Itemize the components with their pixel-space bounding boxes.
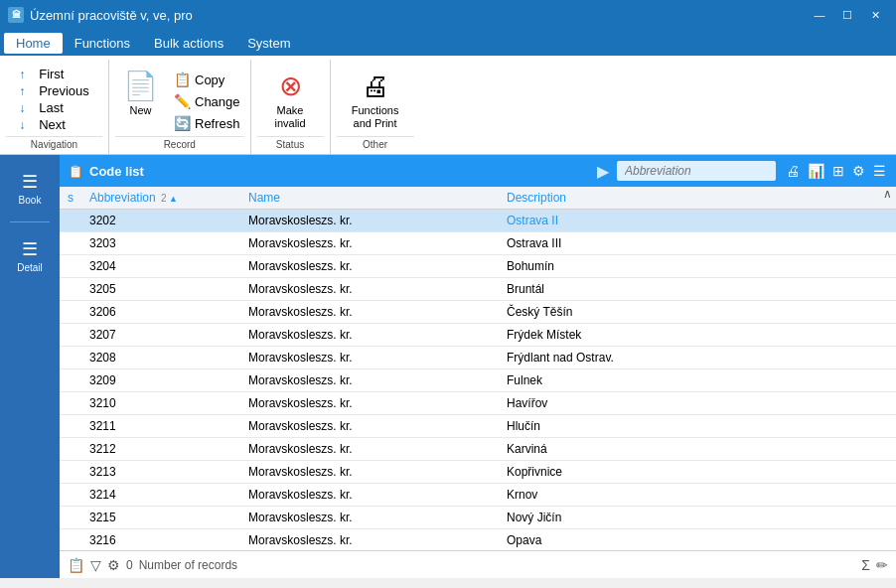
table-row[interactable]: 3206Moravskosleszs. kr.Český Těšín: [60, 301, 896, 324]
col-header-description[interactable]: Description: [499, 187, 896, 210]
table-row[interactable]: 3213Moravskosleszs. kr.Kopřivnice: [60, 461, 896, 484]
window-title: Územní pracoviště v, ve, pro: [30, 8, 193, 23]
table-row[interactable]: 3215Moravskosleszs. kr.Nový Jičín: [60, 507, 896, 529]
cell-name: Moravskosleszs. kr.: [240, 369, 499, 392]
nav-last-button[interactable]: ↓ Last: [17, 99, 66, 116]
table-row[interactable]: 3205Moravskosleszs. kr.Bruntál: [60, 278, 896, 301]
cell-abbreviation: 3212: [81, 438, 240, 461]
table-row[interactable]: 3211Moravskosleszs. kr.Hlučín: [60, 415, 896, 438]
copy-button[interactable]: 📋 Copy: [170, 70, 244, 89]
statusbar-sum-icon[interactable]: Σ: [861, 557, 870, 573]
statusbar-edit-icon[interactable]: ✏: [876, 557, 888, 573]
cell-description: Havířov: [499, 392, 896, 415]
app-icon: 🏛: [8, 7, 24, 23]
cell-description: Český Těšín: [499, 301, 896, 324]
statusbar-filter-count: 0: [126, 558, 133, 572]
cell-name: Moravskosleszs. kr.: [240, 507, 499, 529]
menu-item-functions[interactable]: Functions: [63, 33, 142, 54]
codelist-header: 📋 Code list ▶ 🖨 📊 ⊞ ⚙ ☰: [60, 155, 896, 187]
codelist-toolbar: 🖨 📊 ⊞ ⚙ ☰: [784, 161, 888, 181]
statusbar-records-label: Number of records: [139, 558, 237, 572]
cell-description: Ostrava III: [499, 232, 896, 255]
cell-description: Opava: [499, 529, 896, 551]
chart-toolbar-icon[interactable]: 📊: [806, 161, 826, 181]
status-group-label: Status: [257, 136, 324, 154]
sidebar-divider: [10, 221, 50, 222]
col-header-name[interactable]: Name: [240, 187, 499, 210]
print-toolbar-icon[interactable]: 🖨: [784, 161, 802, 181]
navigation-group-label: Navigation: [6, 136, 102, 154]
invalid-icon: ⊗: [279, 70, 302, 102]
cell-s: [60, 278, 81, 301]
cell-abbreviation: 3211: [81, 415, 240, 438]
codelist-expand-arrow[interactable]: ▶: [597, 162, 609, 181]
cell-s: [60, 415, 81, 438]
cell-name: Moravskosleszs. kr.: [240, 210, 499, 232]
cell-abbreviation: 3215: [81, 507, 240, 529]
cell-description: Ostrava II: [499, 210, 896, 232]
maximize-button[interactable]: ☐: [834, 4, 860, 26]
refresh-button[interactable]: 🔄 Refresh: [170, 113, 244, 133]
menu-toolbar-icon[interactable]: ☰: [871, 161, 888, 181]
functions-print-button[interactable]: 🖨 Functionsand Print: [344, 66, 407, 134]
sidebar-item-detail[interactable]: ☰ Detail: [4, 232, 56, 279]
cell-name: Moravskosleszs. kr.: [240, 461, 499, 484]
other-group-label: Other: [337, 136, 414, 154]
change-icon: ✏️: [174, 93, 191, 109]
codelist-title-text: Code list: [89, 164, 144, 179]
menu-item-system[interactable]: System: [235, 33, 302, 54]
table-row[interactable]: 3202Moravskosleszs. kr.Ostrava II: [60, 210, 896, 232]
col-header-s[interactable]: s: [60, 187, 81, 210]
table-row[interactable]: 3212Moravskosleszs. kr.Karviná: [60, 438, 896, 461]
cell-s: [60, 232, 81, 255]
nav-first-button[interactable]: ↑ First: [17, 66, 66, 82]
arrow-up-icon: ↑: [19, 68, 33, 81]
close-button[interactable]: ✕: [862, 4, 888, 26]
new-button[interactable]: 📄 New: [115, 66, 166, 121]
menu-item-bulk-actions[interactable]: Bulk actions: [142, 33, 235, 54]
sidebar-book-label: Book: [19, 195, 42, 206]
settings-toolbar-icon[interactable]: ⚙: [850, 161, 867, 181]
cell-s: [60, 324, 81, 347]
table-row[interactable]: 3204Moravskosleszs. kr.Bohumín: [60, 255, 896, 278]
table-row[interactable]: 3208Moravskosleszs. kr.Frýdlant nad Ostr…: [60, 347, 896, 369]
statusbar-table-icon[interactable]: 📋: [68, 557, 84, 573]
menubar: Home Functions Bulk actions System: [0, 30, 896, 56]
statusbar-filter-icon[interactable]: ▽: [90, 557, 101, 573]
nav-previous-button[interactable]: ↑ Previous: [17, 82, 91, 99]
ribbon-collapse-button[interactable]: ∧: [883, 187, 892, 201]
cell-s: [60, 507, 81, 529]
change-label: Change: [195, 94, 240, 109]
titlebar-controls[interactable]: — ☐ ✕: [807, 4, 888, 26]
nav-previous-label: Previous: [39, 83, 89, 98]
table-row[interactable]: 3209Moravskosleszs. kr.Fulnek: [60, 369, 896, 392]
cell-s: [60, 392, 81, 415]
cell-abbreviation: 3202: [81, 210, 240, 232]
cell-description: Hlučín: [499, 415, 896, 438]
nav-next-button[interactable]: ↓ Next: [17, 116, 68, 133]
arrow-down-icon: ↓: [19, 101, 33, 115]
print-icon: 🖨: [362, 70, 389, 102]
minimize-button[interactable]: —: [807, 4, 832, 26]
content-area: 📋 Code list ▶ 🖨 📊 ⊞ ⚙ ☰ s Abbreviation 2: [60, 155, 896, 578]
cell-name: Moravskosleszs. kr.: [240, 438, 499, 461]
menu-item-home[interactable]: Home: [4, 33, 63, 54]
sidebar-item-book[interactable]: ☰ Book: [4, 165, 56, 212]
grid-toolbar-icon[interactable]: ⊞: [830, 161, 846, 181]
table-row[interactable]: 3203Moravskosleszs. kr.Ostrava III: [60, 232, 896, 255]
statusbar-settings-icon[interactable]: ⚙: [107, 557, 120, 573]
table-row[interactable]: 3207Moravskosleszs. kr.Frýdek Místek: [60, 324, 896, 347]
cell-name: Moravskosleszs. kr.: [240, 301, 499, 324]
table-row[interactable]: 3214Moravskosleszs. kr.Krnov: [60, 484, 896, 507]
codelist-title: 📋 Code list: [68, 164, 589, 179]
cell-s: [60, 438, 81, 461]
cell-abbreviation: 3207: [81, 324, 240, 347]
make-invalid-button[interactable]: ⊗ Makeinvalid: [266, 66, 313, 134]
cell-abbreviation: 3203: [81, 232, 240, 255]
col-header-abbreviation[interactable]: Abbreviation 2: [81, 187, 240, 210]
change-button[interactable]: ✏️ Change: [170, 91, 244, 111]
cell-description: Nový Jičín: [499, 507, 896, 529]
table-row[interactable]: 3210Moravskosleszs. kr.Havířov: [60, 392, 896, 415]
table-row[interactable]: 3216Moravskosleszs. kr.Opava: [60, 529, 896, 551]
codelist-search-input[interactable]: [617, 161, 776, 181]
